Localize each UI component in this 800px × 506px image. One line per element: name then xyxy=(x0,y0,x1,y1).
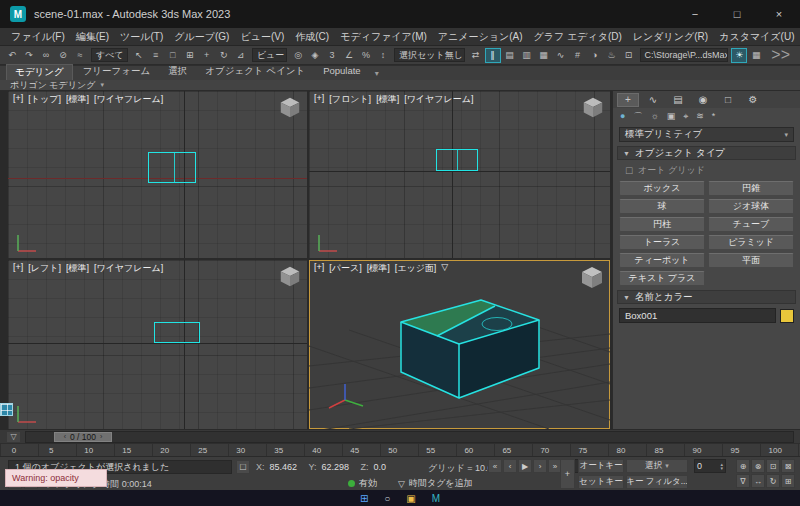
viewport-top[interactable]: [+][トップ][標準][ワイヤフレーム] xyxy=(8,91,307,258)
menu-item[interactable]: ビュー(V) xyxy=(235,29,289,45)
object-type-button[interactable]: 平面 xyxy=(708,253,794,268)
lights-category-icon[interactable]: ☼ xyxy=(650,111,658,121)
viewport-front[interactable]: [+][フロント][標準][ワイヤフレーム] xyxy=(309,91,610,258)
select-and-link-icon[interactable]: ∞ xyxy=(38,48,54,63)
zoom-extents-icon[interactable]: ⊡ xyxy=(766,459,780,473)
object-type-button[interactable]: 円錐 xyxy=(708,181,794,196)
render-production-icon[interactable]: ☀ xyxy=(731,48,747,63)
rendered-frame-icon[interactable]: ⊡ xyxy=(621,48,637,63)
frame-spinner[interactable]: 0 ▴▾ xyxy=(694,459,726,473)
motion-tab-icon[interactable]: ◉ xyxy=(692,93,714,107)
toolbar-more-icon[interactable]: ▦ xyxy=(748,48,764,63)
percent-snap-icon[interactable]: % xyxy=(358,48,374,63)
frame-forward-icon[interactable]: › xyxy=(100,433,102,440)
viewport-menu-item[interactable]: [トップ] xyxy=(28,93,61,106)
viewport-menu-item[interactable]: [フロント] xyxy=(329,93,371,106)
viewport-left[interactable]: [+][レフト][標準][ワイヤフレーム] xyxy=(8,260,307,429)
window-crossing-icon[interactable]: ⊞ xyxy=(182,48,198,63)
minimize-button[interactable]: − xyxy=(674,0,716,28)
ribbon-toggle-icon[interactable]: ▦ xyxy=(536,48,552,63)
ribbon-options-icon[interactable]: ▾ xyxy=(375,69,379,78)
track-bar[interactable]: 0510152025303540455055606570758085909510… xyxy=(0,443,800,456)
filter-funnel-icon[interactable]: ▽ xyxy=(441,262,448,275)
menu-item[interactable]: ツール(T) xyxy=(115,29,168,45)
menu-item[interactable]: アニメーション(A) xyxy=(433,29,528,45)
menu-item[interactable]: 作成(C) xyxy=(290,29,334,45)
key-selection-dropdown[interactable]: 選択 ▾ xyxy=(626,459,688,473)
menu-item[interactable]: ファイル(F) xyxy=(6,29,70,45)
angle-snap-icon[interactable]: ∠ xyxy=(341,48,357,63)
orbit-icon[interactable]: ↻ xyxy=(766,474,780,488)
autogrid-checkbox[interactable]: ☐ オート グリッド xyxy=(625,164,788,177)
use-pivot-center-icon[interactable]: ◎ xyxy=(290,48,306,63)
curve-editor-icon[interactable]: ∿ xyxy=(553,48,569,63)
viewport-menu-item[interactable]: [+] xyxy=(314,262,324,275)
object-type-button[interactable]: 球 xyxy=(619,199,705,214)
mirror-icon[interactable]: ⇄ xyxy=(468,48,484,63)
field-of-view-icon[interactable]: ∇ xyxy=(736,474,750,488)
set-key-button[interactable]: セットキー xyxy=(578,475,624,489)
close-button[interactable]: × xyxy=(758,0,800,28)
hierarchy-tab-icon[interactable]: ▤ xyxy=(667,93,689,107)
snaps-toggle-icon[interactable]: 3 xyxy=(324,48,340,63)
undo-icon[interactable]: ↶ xyxy=(4,48,20,63)
selection-lock-icon[interactable]: ☐ xyxy=(236,460,250,474)
object-type-button[interactable]: テキスト プラス xyxy=(619,271,705,286)
menu-item[interactable]: グループ(G) xyxy=(169,29,234,45)
viewport-menu-item[interactable]: [パース] xyxy=(329,262,361,275)
viewport-menu-item[interactable]: [標準] xyxy=(66,262,89,275)
3ds-max-app-icon[interactable]: M xyxy=(432,493,440,504)
previous-frame-icon[interactable]: ‹ xyxy=(503,459,517,473)
viewport-menu-item[interactable]: [+] xyxy=(314,93,324,106)
next-frame-icon[interactable]: › xyxy=(533,459,547,473)
select-and-scale-icon[interactable]: ⊿ xyxy=(233,48,249,63)
geometry-category-icon[interactable]: ● xyxy=(620,111,625,121)
create-tab-icon[interactable]: + xyxy=(617,93,639,107)
bind-to-space-warp-icon[interactable]: ≈ xyxy=(72,48,88,63)
systems-category-icon[interactable]: * xyxy=(712,111,716,121)
ribbon-tab[interactable]: オブジェクト ペイント xyxy=(197,64,313,80)
viewport-menu-item[interactable]: [+] xyxy=(13,262,23,275)
ribbon-tab[interactable]: 選択 xyxy=(160,64,195,80)
viewport-menu-item[interactable]: [+] xyxy=(13,93,23,106)
mini-curve-editor-icon[interactable]: ▽ xyxy=(6,431,21,443)
viewcube[interactable] xyxy=(579,264,605,290)
named-selection-set-dropdown[interactable]: 選択セット無し ▾ xyxy=(394,48,464,62)
auto-key-button[interactable]: オートキー xyxy=(578,459,624,473)
select-by-name-icon[interactable]: ≡ xyxy=(148,48,164,63)
z-coordinate-field[interactable]: 0.0 xyxy=(374,462,408,472)
object-type-button[interactable]: チューブ xyxy=(708,217,794,232)
unlink-selection-icon[interactable]: ⊘ xyxy=(55,48,71,63)
menu-item[interactable]: レンダリング(R) xyxy=(628,29,713,45)
maximize-button[interactable]: □ xyxy=(716,0,758,28)
x-coordinate-field[interactable]: 85.462 xyxy=(270,462,304,472)
object-type-button[interactable]: ピラミッド xyxy=(708,235,794,250)
object-type-button[interactable]: トーラス xyxy=(619,235,705,250)
selection-region-icon[interactable]: □ xyxy=(165,48,181,63)
key-filters-button[interactable]: キー フィルタ... xyxy=(626,475,688,489)
viewport-layout-tab[interactable] xyxy=(0,403,13,416)
zoom-icon[interactable]: ⊕ xyxy=(736,459,750,473)
viewcube[interactable] xyxy=(278,264,302,288)
time-slider-track[interactable]: ‹ 0 / 100 › xyxy=(25,431,794,443)
viewport-menu-item[interactable]: [ワイヤフレーム] xyxy=(94,93,163,106)
project-folder-dropdown[interactable]: C:\Storage\P...dsMax Project ▾ xyxy=(640,48,729,62)
reference-coordinate-dropdown[interactable]: ビュー ▾ xyxy=(252,48,287,62)
render-setup-icon[interactable]: ♨ xyxy=(604,48,620,63)
spinner-snap-icon[interactable]: ↕ xyxy=(375,48,391,63)
menu-item[interactable]: 編集(E) xyxy=(71,29,114,45)
select-and-manipulate-icon[interactable]: ◈ xyxy=(307,48,323,63)
shapes-category-icon[interactable]: ⌒ xyxy=(633,110,642,123)
object-type-rollout-header[interactable]: ▼ オブジェクト タイプ xyxy=(617,146,796,160)
modify-tab-icon[interactable]: ∿ xyxy=(642,93,664,107)
zoom-all-icon[interactable]: ⊗ xyxy=(751,459,765,473)
layer-explorer-icon[interactable]: ▥ xyxy=(519,48,535,63)
viewcube[interactable] xyxy=(581,95,605,119)
space-warps-category-icon[interactable]: ≋ xyxy=(696,111,704,121)
viewport-menu-item[interactable]: [エッジ面] xyxy=(395,262,437,275)
file-explorer-icon[interactable]: ▣ xyxy=(406,493,415,504)
object-name-field[interactable]: Box001 xyxy=(619,308,776,323)
select-and-rotate-icon[interactable]: ↻ xyxy=(216,48,232,63)
add-time-tag[interactable]: ▽ 時間タグを追加 xyxy=(398,477,473,490)
name-color-rollout-header[interactable]: ▼ 名前とカラー xyxy=(617,290,796,304)
